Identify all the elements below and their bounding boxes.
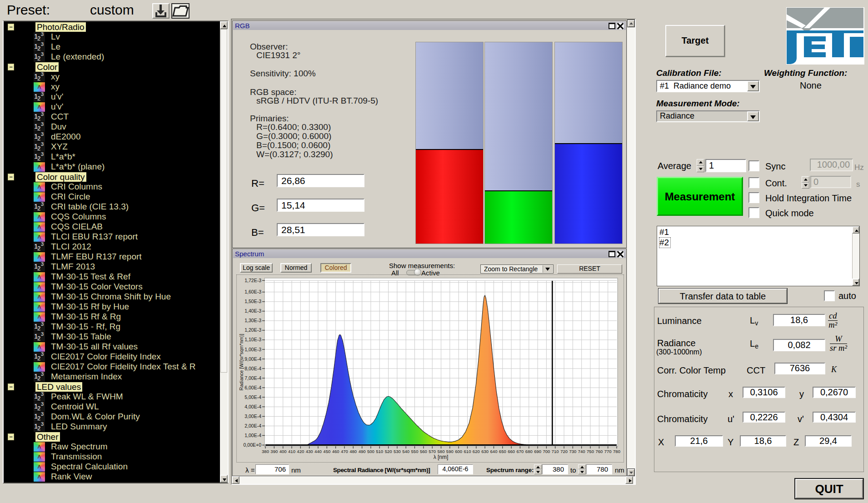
svg-text:5,00E-4: 5,00E-4 xyxy=(244,394,261,400)
svg-text:1,50E-3: 1,50E-3 xyxy=(244,299,261,304)
svg-text:410: 410 xyxy=(288,449,295,454)
svg-text:670: 670 xyxy=(516,449,524,454)
svg-text:750: 750 xyxy=(587,449,594,454)
svg-text:660: 660 xyxy=(508,449,515,454)
svg-text:440: 440 xyxy=(314,449,322,454)
svg-text:720: 720 xyxy=(560,449,568,454)
svg-text:740: 740 xyxy=(578,449,585,454)
svg-text:2,00E-4: 2,00E-4 xyxy=(244,423,261,428)
svg-text:λ [nm]: λ [nm] xyxy=(434,454,449,460)
svg-text:420: 420 xyxy=(297,449,304,454)
svg-text:3,00E-4: 3,00E-4 xyxy=(244,413,261,419)
svg-text:1,60E-3: 1,60E-3 xyxy=(244,289,261,294)
svg-text:400: 400 xyxy=(279,449,287,454)
svg-text:510: 510 xyxy=(376,449,383,454)
svg-text:1,20E-3: 1,20E-3 xyxy=(244,327,261,333)
svg-text:610: 610 xyxy=(464,449,471,454)
svg-text:1,40E-3: 1,40E-3 xyxy=(244,308,261,314)
svg-text:1,10E-3: 1,10E-3 xyxy=(244,337,261,342)
svg-text:460: 460 xyxy=(332,449,339,454)
svg-text:1,00E-4: 1,00E-4 xyxy=(244,433,261,438)
svg-text:1,30E-3: 1,30E-3 xyxy=(244,318,261,323)
svg-text:490: 490 xyxy=(359,449,366,454)
svg-text:Radiance [W/(sr*sqm*nm)]: Radiance [W/(sr*sqm*nm)] xyxy=(239,334,244,390)
svg-text:540: 540 xyxy=(402,449,409,454)
svg-text:380: 380 xyxy=(262,449,269,454)
svg-text:430: 430 xyxy=(306,449,313,454)
svg-text:640: 640 xyxy=(490,449,498,454)
svg-text:680: 680 xyxy=(525,449,533,454)
svg-text:600: 600 xyxy=(455,449,462,454)
svg-text:1,72E-3: 1,72E-3 xyxy=(244,278,261,283)
svg-text:550: 550 xyxy=(411,449,419,454)
svg-text:710: 710 xyxy=(552,449,559,454)
svg-text:390: 390 xyxy=(270,449,278,454)
svg-text:650: 650 xyxy=(499,449,506,454)
svg-text:0,00E+0: 0,00E+0 xyxy=(244,442,262,448)
svg-text:580: 580 xyxy=(438,449,445,454)
svg-text:560: 560 xyxy=(420,449,427,454)
svg-text:1,00E-3: 1,00E-3 xyxy=(244,347,261,352)
svg-text:570: 570 xyxy=(429,449,436,454)
svg-text:700: 700 xyxy=(543,449,550,454)
svg-text:520: 520 xyxy=(385,449,392,454)
svg-text:760: 760 xyxy=(595,449,603,454)
svg-text:8,00E-4: 8,00E-4 xyxy=(244,366,261,371)
svg-text:470: 470 xyxy=(341,449,348,454)
svg-text:620: 620 xyxy=(473,449,480,454)
svg-text:690: 690 xyxy=(534,449,541,454)
svg-text:500: 500 xyxy=(367,449,374,454)
svg-text:480: 480 xyxy=(349,449,357,454)
svg-text:630: 630 xyxy=(481,449,489,454)
svg-text:590: 590 xyxy=(446,449,454,454)
svg-text:6,00E-4: 6,00E-4 xyxy=(244,385,261,390)
svg-text:450: 450 xyxy=(323,449,330,454)
svg-text:770: 770 xyxy=(604,449,612,454)
svg-text:9,00E-4: 9,00E-4 xyxy=(244,356,261,362)
svg-text:4,00E-4: 4,00E-4 xyxy=(244,404,261,409)
svg-text:780: 780 xyxy=(613,449,620,454)
svg-text:730: 730 xyxy=(569,449,576,454)
svg-text:530: 530 xyxy=(394,449,401,454)
svg-text:7,00E-4: 7,00E-4 xyxy=(244,375,261,381)
